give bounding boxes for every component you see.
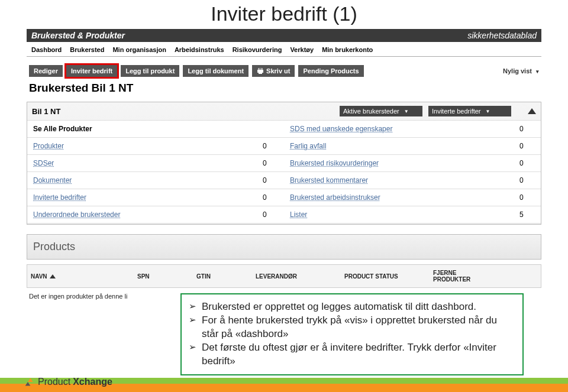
instruction-item: Det første du oftest gjør er å invitere …	[189, 341, 515, 368]
lister-link[interactable]: Lister	[284, 206, 514, 223]
rediger-button[interactable]: Rediger	[29, 65, 63, 77]
risikovurderinger-link[interactable]: Brukersted risikovurderinger	[284, 154, 514, 171]
legg-til-produkt-button[interactable]: Legg til produkt	[121, 65, 179, 77]
instruction-overlay: Brukersted er opprettet og legges automa…	[180, 293, 524, 375]
col-leverandor[interactable]: LEVERANDØR	[252, 265, 341, 287]
app-screenshot: Brukersted & Produkter sikkerhetsdatabla…	[27, 29, 541, 304]
skriv-ut-button[interactable]: Skriv ut	[252, 65, 295, 77]
stat-value: 0	[257, 206, 284, 223]
nav-min-organisasjon[interactable]: Min organisasjon	[110, 44, 168, 55]
header-right: sikkerhetsdatablad	[467, 31, 537, 40]
stat-value: 0	[514, 189, 541, 206]
stat-value	[257, 120, 284, 137]
col-navn[interactable]: NAVN	[27, 265, 134, 287]
stat-value: 0	[514, 120, 541, 137]
stat-value: 5	[514, 206, 541, 223]
kommentarer-link[interactable]: Brukersted kommentarer	[284, 171, 514, 189]
slide-title: Inviter bedrift (1)	[0, 0, 568, 29]
svg-rect-2	[259, 72, 262, 74]
arbeidsinstrukser-link[interactable]: Brukersted arbeidsinstrukser	[284, 189, 514, 206]
col-product-status[interactable]: PRODUCT STATUS	[341, 265, 430, 287]
farlig-avfall-link[interactable]: Farlig avfall	[284, 137, 514, 154]
pending-products-button[interactable]: Pending Products	[298, 65, 363, 77]
products-heading: Products	[33, 241, 535, 253]
brand-text-a: Product	[38, 377, 70, 387]
nav-min-brukerkonto[interactable]: Min brukerkonto	[320, 44, 375, 55]
inviter-bedrift-button[interactable]: Inviter bedrift	[66, 65, 117, 77]
sds-uonskede-link[interactable]: SDS med uønskede egenskaper	[284, 120, 514, 137]
stats-grid: Se Alle Produkter SDS med uønskede egens…	[27, 120, 541, 223]
underordnede-brukersteder-link[interactable]: Underordnede brukersteder	[27, 206, 257, 223]
stat-value: 0	[514, 154, 541, 171]
stat-value: 0	[514, 137, 541, 154]
nav-verktoy[interactable]: Verktøy	[288, 44, 316, 55]
col-spn[interactable]: SPN	[134, 265, 193, 287]
stat-value: 0	[257, 189, 284, 206]
footer-logo: ProductXchange	[20, 374, 112, 390]
stat-value: 0	[257, 154, 284, 171]
panel-title: Bil 1 NT	[32, 107, 60, 116]
app-header: Brukersted & Produkter sikkerhetsdatabla…	[27, 29, 541, 42]
products-panel-header: Products	[27, 234, 541, 260]
inviterte-bedrifter-select[interactable]: Inviterte bedrifter	[428, 106, 511, 116]
brand-text-b: Xchange	[73, 377, 112, 387]
chevron-down-icon: ▾	[536, 69, 539, 74]
svg-rect-1	[259, 68, 262, 70]
dokumenter-link[interactable]: Dokumenter	[27, 171, 257, 189]
nav-brukersted[interactable]: Brukersted	[67, 44, 106, 55]
inviterte-bedrifter-link[interactable]: Inviterte bedrifter	[27, 189, 257, 206]
sort-ascending-icon[interactable]	[528, 108, 536, 114]
nylig-vist-dropdown[interactable]: Nylig vist ▾	[503, 67, 539, 74]
print-icon	[257, 68, 264, 74]
main-nav: Dashbord Brukersted Min organisasjon Arb…	[27, 42, 541, 57]
nylig-vist-label: Nylig vist	[503, 67, 532, 74]
nav-dashbord[interactable]: Dashbord	[29, 44, 64, 55]
instruction-item: For å hente brukersted trykk på «vis» i …	[189, 314, 515, 341]
brukersted-panel: Bil 1 NT Aktive brukersteder Inviterte b…	[27, 102, 541, 225]
action-toolbar: Rediger Inviter bedrift Legg til produkt…	[29, 65, 364, 77]
sort-icon	[50, 274, 56, 278]
header-left: Brukersted & Produkter	[31, 31, 125, 40]
skriv-ut-label: Skriv ut	[266, 67, 290, 74]
stat-value: 0	[514, 171, 541, 189]
instruction-item: Brukersted er opprettet og legges automa…	[189, 300, 515, 314]
page-title: Brukersted Bil 1 NT	[27, 79, 541, 102]
nav-risikovurdering[interactable]: Risikovurdering	[230, 44, 285, 55]
stat-value: 0	[257, 137, 284, 154]
recycle-icon	[20, 374, 36, 390]
products-table-header: NAVN SPN GTIN LEVERANDØR PRODUCT STATUS …	[27, 264, 541, 288]
produkter-link[interactable]: Produkter	[27, 137, 257, 154]
aktive-brukersteder-select[interactable]: Aktive brukersteder	[340, 106, 422, 116]
sdser-link[interactable]: SDSer	[27, 154, 257, 171]
col-gtin[interactable]: GTIN	[193, 265, 252, 287]
legg-til-dokument-button[interactable]: Legg til dokument	[183, 65, 248, 77]
nav-arbeidsinstruks[interactable]: Arbeidsinstruks	[172, 44, 227, 55]
se-alle-produkter-link[interactable]: Se Alle Produkter	[27, 120, 257, 137]
col-fjerne-produkter[interactable]: FJERNE PRODUKTER	[430, 265, 495, 287]
stat-value: 0	[257, 171, 284, 189]
